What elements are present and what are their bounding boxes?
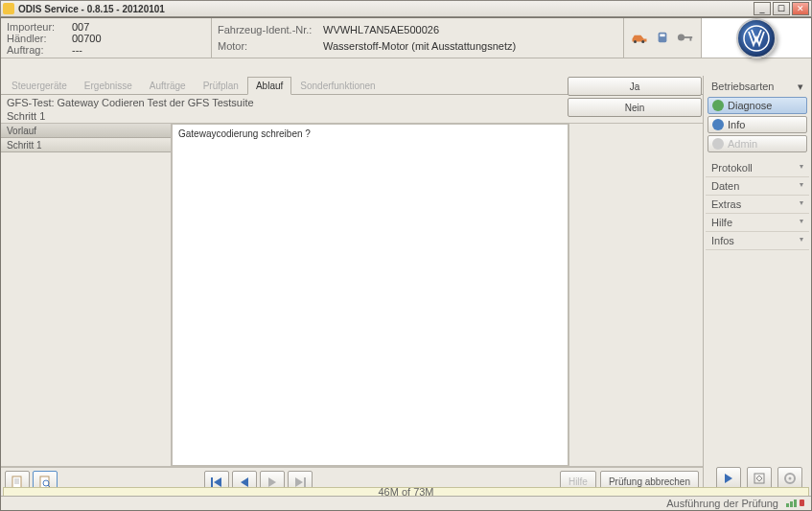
admin-icon (712, 138, 724, 150)
right-gap (568, 124, 703, 466)
diagnose-icon (712, 100, 724, 111)
svg-point-0 (634, 40, 637, 43)
vin-value: WVWHL7AN5AE500026 (323, 24, 439, 35)
sidebar-modes-title: Betriebsarten▾ (706, 78, 809, 96)
vin-label: Fahrzeug-Ident.-Nr.: (218, 24, 323, 35)
svg-rect-15 (211, 477, 213, 487)
app-icon (3, 3, 14, 14)
brand-logo-wrap (701, 18, 811, 58)
svg-rect-2 (659, 32, 667, 42)
svg-rect-23 (800, 499, 804, 506)
sidebar-info[interactable]: Info (708, 116, 807, 133)
key-icon[interactable] (677, 31, 694, 46)
engine-value: Wasserstoff-Motor (mit Ausstattungsnetz) (323, 40, 516, 52)
importer-value: 007 (72, 21, 89, 33)
svg-rect-3 (660, 34, 664, 36)
sidebar-hilfe[interactable]: Hilfe▾ (706, 214, 809, 232)
vw-logo-icon (736, 18, 777, 58)
sidebar-extras[interactable]: Extras▾ (706, 196, 809, 214)
svg-point-1 (641, 40, 644, 43)
no-button[interactable]: Nein (568, 98, 702, 117)
yes-button[interactable]: Ja (568, 77, 702, 96)
steps-panel: Vorlauf Schritt 1 (1, 124, 172, 466)
sidebar-protokoll[interactable]: Protokoll▾ (706, 159, 809, 177)
tab-sonderfunktionen[interactable]: Sonderfunktionen (291, 77, 383, 94)
tab-auftraege[interactable]: Aufträge (141, 77, 195, 94)
content: Steuergeräte Ergebnisse Aufträge Prüfpla… (1, 76, 811, 496)
yes-no-panel: Ja Nein (568, 77, 702, 119)
status-bar: Ausführung der Prüfung (1, 496, 811, 510)
header-col-vehicle: Fahrzeug-Ident.-Nr.:WVWHL7AN5AE500026 Mo… (212, 18, 624, 58)
importer-label: Importeur: (7, 21, 72, 33)
header-col-dealer: Importeur:007 Händler:00700 Auftrag:--- (1, 18, 212, 58)
mid-split: Vorlauf Schritt 1 Gatewaycodierung schre… (1, 124, 703, 467)
message-text: Gatewaycodierung schreiben ? (172, 124, 568, 466)
sidebar-admin[interactable]: Admin (708, 135, 807, 152)
svg-rect-22 (794, 499, 797, 507)
svg-point-4 (678, 34, 684, 40)
sidebar-diagnose[interactable]: Diagnose (708, 97, 807, 114)
steps-header: Vorlauf (1, 124, 171, 138)
engine-label: Motor: (218, 40, 323, 52)
order-label: Auftrag: (7, 44, 72, 56)
header: Importeur:007 Händler:00700 Auftrag:--- … (1, 18, 811, 58)
svg-rect-21 (790, 501, 793, 507)
dealer-value: 00700 (72, 33, 102, 44)
svg-rect-16 (304, 477, 306, 487)
status-text: Ausführung der Prüfung (666, 498, 778, 509)
minimize-button[interactable]: _ (754, 2, 771, 15)
maximize-button[interactable]: ☐ (773, 2, 790, 15)
window-title: ODIS Service - 0.8.15 - 20120101 (18, 4, 752, 14)
message-pane: Gatewaycodierung schreiben ? (172, 124, 703, 466)
tab-pruefplan[interactable]: Prüfplan (195, 77, 247, 94)
close-button[interactable]: ✕ (792, 2, 809, 15)
info-icon (712, 119, 724, 130)
status-signal-icon (786, 498, 805, 509)
step-item-1[interactable]: Schritt 1 (1, 138, 171, 152)
tab-ergebnisse[interactable]: Ergebnisse (76, 77, 141, 94)
tab-ablauf[interactable]: Ablauf (247, 77, 291, 95)
sidebar: Betriebsarten▾ Diagnose Info Admin Proto… (704, 76, 811, 496)
svg-rect-20 (786, 503, 789, 507)
connector-icon[interactable] (654, 31, 671, 46)
svg-point-19 (789, 477, 792, 480)
svg-rect-8 (12, 476, 21, 488)
car-icon[interactable] (631, 31, 648, 46)
order-value: --- (72, 44, 82, 56)
left-pane: Steuergeräte Ergebnisse Aufträge Prüfpla… (1, 76, 704, 496)
sidebar-sections: Protokoll▾ Daten▾ Extras▾ Hilfe▾ Infos▾ (706, 159, 809, 250)
tab-steuergeraete[interactable]: Steuergeräte (3, 77, 76, 94)
svg-rect-6 (690, 36, 692, 41)
header-icons (624, 18, 701, 58)
dealer-label: Händler: (7, 33, 72, 44)
sidebar-infos[interactable]: Infos▾ (706, 232, 809, 250)
sidebar-daten[interactable]: Daten▾ (706, 177, 809, 196)
svg-rect-12 (40, 476, 49, 488)
window-titlebar: ODIS Service - 0.8.15 - 20120101 _ ☐ ✕ (0, 0, 812, 17)
